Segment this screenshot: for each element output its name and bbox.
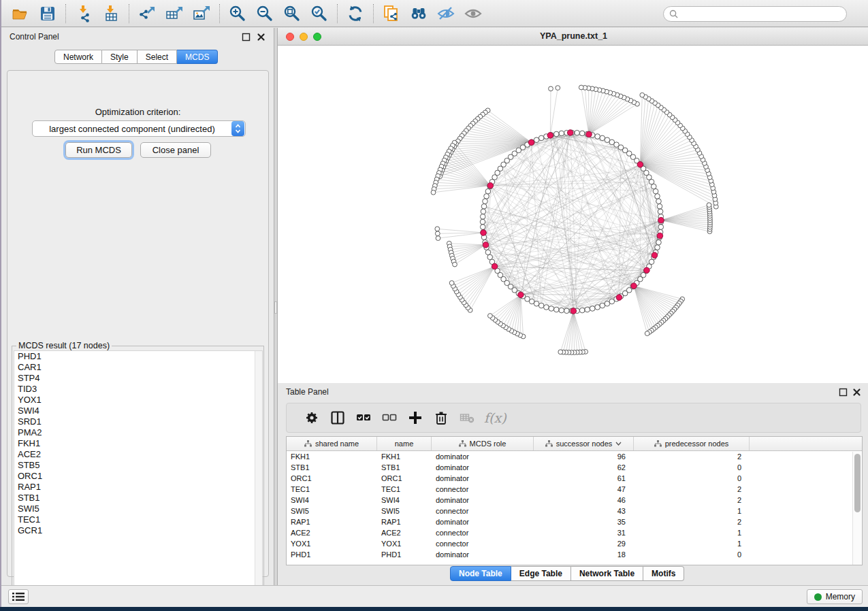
cell-shared-name: ORC1 [287, 473, 377, 484]
mcds-result-item[interactable]: ORC1 [14, 471, 262, 482]
mcds-result-item[interactable]: GCR1 [14, 525, 262, 536]
task-history-button[interactable] [8, 589, 29, 604]
close-panel-icon[interactable] [257, 33, 266, 42]
mcds-result-item[interactable]: YOX1 [14, 395, 262, 406]
mcds-result-item[interactable]: SWI5 [14, 503, 262, 514]
column-header-MCDS-role[interactable]: MCDS role [432, 437, 534, 450]
search-box[interactable] [663, 6, 847, 22]
export-table-button[interactable] [161, 2, 188, 25]
criterion-dropdown[interactable]: largest connected component (undirected) [32, 120, 246, 137]
export-image-button[interactable] [188, 2, 215, 25]
show-all-button[interactable] [460, 2, 487, 25]
mcds-result-item[interactable]: FKH1 [14, 438, 262, 449]
tab-mcds[interactable]: MCDS [177, 50, 218, 64]
search-binoculars-button[interactable] [405, 2, 432, 25]
table-row[interactable]: SWI4SWI4dominator462 [287, 495, 862, 506]
clone-network-button[interactable] [378, 2, 405, 25]
refresh-button[interactable] [342, 2, 369, 25]
table-scrollbar[interactable] [852, 452, 861, 565]
table-row[interactable]: YOX1YOX1connector291 [287, 538, 862, 549]
mcds-result-item[interactable]: STB1 [14, 493, 262, 503]
select-all-checks-button[interactable] [351, 406, 376, 430]
cell-successor-nodes: 18 [534, 549, 634, 560]
cell-predecessor-nodes: 2 [634, 484, 750, 495]
cell-name: SWI5 [377, 506, 432, 516]
settings-gear-button[interactable] [299, 406, 325, 430]
tab-select[interactable]: Select [138, 50, 177, 64]
table-row[interactable]: PHD1PHD1dominator180 [287, 549, 862, 560]
splitter-grip[interactable] [274, 301, 277, 314]
table-scrollbar-thumb[interactable] [854, 454, 861, 512]
mcds-result-item[interactable]: PMA2 [14, 427, 262, 438]
float-panel-icon[interactable] [242, 33, 251, 42]
import-table-button[interactable] [97, 2, 125, 25]
add-row-button[interactable] [402, 406, 428, 430]
network-canvas[interactable] [278, 46, 868, 383]
table-body: FKH1FKH1dominator962STB1STB1dominator620… [287, 451, 862, 560]
table-row[interactable]: FKH1FKH1dominator962 [287, 451, 862, 462]
import-network-button[interactable] [70, 2, 97, 25]
close-panel-button[interactable]: Close panel [140, 142, 211, 158]
table-row[interactable]: RAP1RAP1dominator352 [287, 516, 862, 527]
tab-network-table[interactable]: Network Table [571, 566, 643, 581]
mcds-result-item[interactable]: SWI4 [14, 406, 262, 416]
export-table-icon [165, 5, 183, 22]
close-table-panel-icon[interactable] [852, 388, 861, 397]
table-toolbar: f(x) [286, 403, 861, 433]
cell-predecessor-nodes: 0 [634, 462, 750, 473]
tab-style[interactable]: Style [102, 50, 138, 64]
zoom-in-button[interactable] [224, 2, 251, 25]
cell-successor-nodes: 29 [534, 538, 634, 549]
tab-edge-table[interactable]: Edge Table [511, 566, 571, 581]
mcds-result-item[interactable]: TID3 [14, 384, 262, 395]
tab-motifs[interactable]: Motifs [643, 566, 684, 581]
table-row[interactable]: ORC1ORC1dominator610 [287, 473, 862, 484]
save-icon [39, 5, 57, 22]
mcds-result-item[interactable]: TEC1 [14, 514, 262, 525]
zoom-out-button[interactable] [251, 2, 278, 25]
zoom-fit-button[interactable] [278, 2, 306, 25]
show-columns-button[interactable] [325, 406, 351, 430]
float-table-panel-icon[interactable] [839, 388, 848, 397]
export-network-button[interactable] [133, 2, 161, 25]
settings-gear-icon [304, 410, 319, 425]
zoom-selected-button[interactable] [306, 2, 333, 25]
deselect-all-checks-button[interactable] [376, 406, 402, 430]
network-view-window: YPA_prune.txt_1 [278, 28, 868, 383]
cell-predecessor-nodes: 0 [634, 549, 750, 560]
mcds-result-item[interactable]: PHD1 [14, 351, 262, 362]
open-file-button[interactable] [7, 2, 34, 25]
network-graph[interactable] [278, 46, 868, 383]
table-row[interactable]: TEC1TEC1connector472 [287, 484, 862, 495]
run-mcds-button[interactable]: Run MCDS [65, 142, 132, 158]
column-header-name[interactable]: name [377, 437, 432, 450]
column-header-successor-nodes[interactable]: successor nodes [534, 437, 634, 450]
mcds-result-item[interactable]: STP4 [14, 373, 262, 384]
tab-node-table[interactable]: Node Table [450, 566, 511, 581]
tab-network[interactable]: Network [54, 50, 102, 64]
mcds-result-item[interactable]: RAP1 [14, 482, 262, 493]
table-row[interactable]: SWI5SWI5connector431 [287, 506, 862, 516]
table-row[interactable]: STB1STB1dominator620 [287, 462, 862, 473]
mcds-result-list[interactable]: PHD1CAR1STP4TID3YOX1SWI4SRD1PMA2FKH1ACE2… [14, 350, 263, 597]
hide-selected-button[interactable] [432, 2, 460, 25]
mcds-result-item[interactable]: CAR1 [14, 362, 262, 373]
save-button[interactable] [34, 2, 61, 25]
delete-row-button[interactable] [428, 406, 454, 430]
cell-predecessor-nodes: 2 [634, 451, 750, 462]
column-header-predecessor-nodes[interactable]: predecessor nodes [634, 437, 750, 450]
mcds-result-item[interactable]: STB5 [14, 460, 262, 471]
cell-shared-name: SWI5 [287, 506, 377, 516]
column-header-shared-name[interactable]: shared name [287, 437, 377, 450]
table-row[interactable]: ACE2ACE2connector311 [287, 527, 862, 538]
search-input[interactable] [678, 7, 846, 20]
column-type-icon [654, 440, 662, 447]
mcds-result-item[interactable]: SRD1 [14, 416, 262, 427]
result-list-scrollbar[interactable] [255, 351, 262, 597]
cell-shared-name: ACE2 [287, 527, 377, 538]
mcds-result-item[interactable]: ACE2 [14, 449, 262, 460]
memory-button[interactable]: Memory [807, 589, 863, 604]
cell-mcds-role: dominator [432, 495, 534, 506]
network-window-titlebar[interactable]: YPA_prune.txt_1 [278, 28, 868, 46]
cell-name: STB1 [377, 462, 432, 473]
